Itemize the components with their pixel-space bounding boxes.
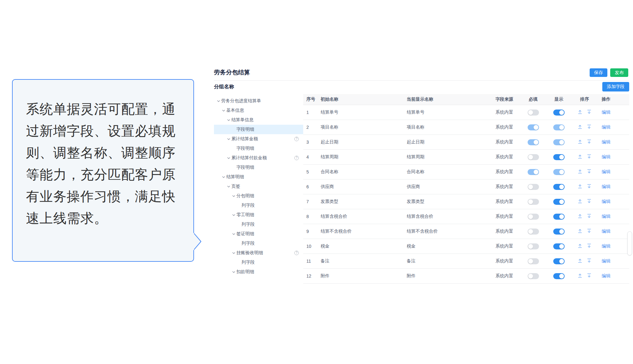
add-field-button[interactable]: 添加字段 (602, 82, 629, 91)
tree-item-5[interactable]: 字段明细 (214, 144, 303, 153)
chevron-down-icon[interactable] (222, 108, 226, 113)
edit-link[interactable]: 编辑 (602, 154, 611, 159)
chevron-down-icon[interactable] (232, 251, 236, 255)
edit-link[interactable]: 编辑 (602, 124, 611, 129)
field-group-tree: 劳务分包进度结算单基本信息结算单信息字段明细累计结算金额?字段明细累计结算付款金… (214, 96, 303, 277)
display-toggle-on[interactable] (553, 154, 565, 160)
publish-button[interactable]: 发布 (610, 68, 628, 77)
edit-link[interactable]: 编辑 (602, 273, 611, 278)
chevron-down-icon[interactable] (227, 118, 231, 122)
move-to-bottom-icon[interactable] (586, 154, 592, 160)
required-toggle-off[interactable] (528, 214, 539, 220)
display-toggle-on[interactable] (553, 214, 565, 220)
required-toggle-off[interactable] (528, 229, 539, 235)
edit-link[interactable]: 编辑 (602, 169, 611, 174)
tree-item-10[interactable]: 分包明细 (214, 191, 303, 201)
required-toggle-on-light (528, 124, 539, 130)
chevron-down-icon[interactable] (227, 184, 231, 189)
tree-item-15[interactable]: 列字段 (214, 239, 303, 248)
vertical-scrollbar-thumb[interactable] (627, 231, 632, 255)
save-button[interactable]: 保存 (590, 68, 607, 77)
required-toggle-off[interactable] (528, 273, 539, 279)
tree-item-4[interactable]: 累计结算金额? (214, 134, 303, 144)
tree-item-8[interactable]: 结算明细 (214, 172, 303, 182)
edit-link[interactable]: 编辑 (602, 258, 611, 263)
move-to-top-icon[interactable] (577, 198, 583, 205)
display-toggle-on[interactable] (553, 229, 565, 235)
move-to-bottom-icon[interactable] (586, 273, 592, 279)
chevron-down-icon[interactable] (232, 232, 236, 236)
display-toggle-on[interactable] (553, 199, 565, 205)
move-to-top-icon[interactable] (577, 139, 583, 145)
tree-item-17[interactable]: 列字段 (214, 258, 303, 267)
move-to-top-icon[interactable] (577, 258, 583, 264)
tree-item-2[interactable]: 结算单信息 (214, 115, 303, 125)
tree-item-9[interactable]: 页签 (214, 182, 303, 191)
help-icon[interactable]: ? (294, 156, 299, 160)
edit-link[interactable]: 编辑 (602, 110, 611, 115)
tree-item-1[interactable]: 基本信息 (214, 106, 303, 115)
help-icon[interactable]: ? (294, 251, 299, 255)
chevron-down-icon[interactable] (227, 156, 231, 160)
tree-item-selected[interactable]: 字段明细 (214, 125, 303, 134)
display-toggle-on[interactable] (553, 110, 565, 116)
tree-item-6[interactable]: 累计结算付款金额? (214, 153, 303, 163)
move-to-top-icon[interactable] (577, 109, 583, 116)
move-to-bottom-icon[interactable] (586, 243, 592, 249)
move-to-top-icon[interactable] (577, 228, 583, 235)
edit-link[interactable]: 编辑 (602, 243, 611, 248)
edit-link[interactable]: 编辑 (602, 184, 611, 189)
required-toggle-off[interactable] (528, 184, 539, 190)
cell-required (521, 243, 545, 249)
move-to-bottom-icon[interactable] (586, 124, 592, 130)
move-to-bottom-icon[interactable] (586, 228, 592, 235)
move-to-top-icon[interactable] (577, 169, 583, 175)
chevron-down-icon[interactable] (232, 270, 236, 274)
tree-item-14[interactable]: 签证明细 (214, 229, 303, 239)
tree-item-12[interactable]: 零工明细 (214, 210, 303, 220)
move-to-top-icon[interactable] (577, 243, 583, 249)
cell-required (521, 273, 545, 279)
required-toggle-off[interactable] (528, 110, 539, 116)
cell-action: 编辑 (597, 199, 629, 204)
chevron-down-icon[interactable] (232, 194, 236, 198)
edit-link[interactable]: 编辑 (602, 229, 611, 234)
chevron-down-icon[interactable] (217, 99, 221, 103)
chevron-down-icon[interactable] (222, 175, 226, 179)
move-to-bottom-icon[interactable] (586, 258, 592, 264)
display-toggle-on[interactable] (553, 258, 565, 264)
table-header-row: 序号 初始名称 当前显示名称 字段来源 必填 显示 排序 操作 (303, 94, 629, 105)
move-to-top-icon[interactable] (577, 273, 583, 279)
move-to-bottom-icon[interactable] (586, 169, 592, 175)
required-toggle-off[interactable] (528, 243, 539, 249)
display-toggle-on[interactable] (553, 184, 565, 190)
required-toggle-off[interactable] (528, 199, 539, 205)
edit-link[interactable]: 编辑 (602, 199, 611, 204)
toggle-knob (559, 170, 564, 174)
move-to-bottom-icon[interactable] (586, 198, 592, 205)
move-to-top-icon[interactable] (577, 213, 583, 220)
move-to-bottom-icon[interactable] (586, 139, 592, 145)
tree-item-18[interactable]: 扣款明细 (214, 267, 303, 277)
tree-item-13[interactable]: 列字段 (214, 220, 303, 229)
tree-item-11[interactable]: 列字段 (214, 201, 303, 210)
required-toggle-off[interactable] (528, 258, 539, 264)
move-to-top-icon[interactable] (577, 154, 583, 160)
tree-item-7[interactable]: 字段明细 (214, 163, 303, 172)
tree-item-0[interactable]: 劳务分包进度结算单 (214, 96, 303, 106)
chevron-down-icon[interactable] (232, 213, 236, 217)
move-to-bottom-icon[interactable] (586, 184, 592, 190)
display-toggle-on[interactable] (553, 273, 565, 279)
callout-text: 系统单据灵活可配置，通过新增字段、设置必填规则、调整名称、调整顺序等能力，充分匹… (26, 98, 179, 229)
display-toggle-on[interactable] (553, 243, 565, 249)
tree-item-16[interactable]: 挂账验收明细? (214, 248, 303, 258)
move-to-top-icon[interactable] (577, 124, 583, 130)
chevron-down-icon[interactable] (227, 137, 231, 141)
move-to-bottom-icon[interactable] (586, 213, 592, 220)
edit-link[interactable]: 编辑 (602, 214, 611, 219)
move-to-top-icon[interactable] (577, 184, 583, 190)
required-toggle-off[interactable] (528, 154, 539, 160)
move-to-bottom-icon[interactable] (586, 109, 592, 116)
edit-link[interactable]: 编辑 (602, 139, 611, 144)
help-icon[interactable]: ? (294, 137, 299, 141)
